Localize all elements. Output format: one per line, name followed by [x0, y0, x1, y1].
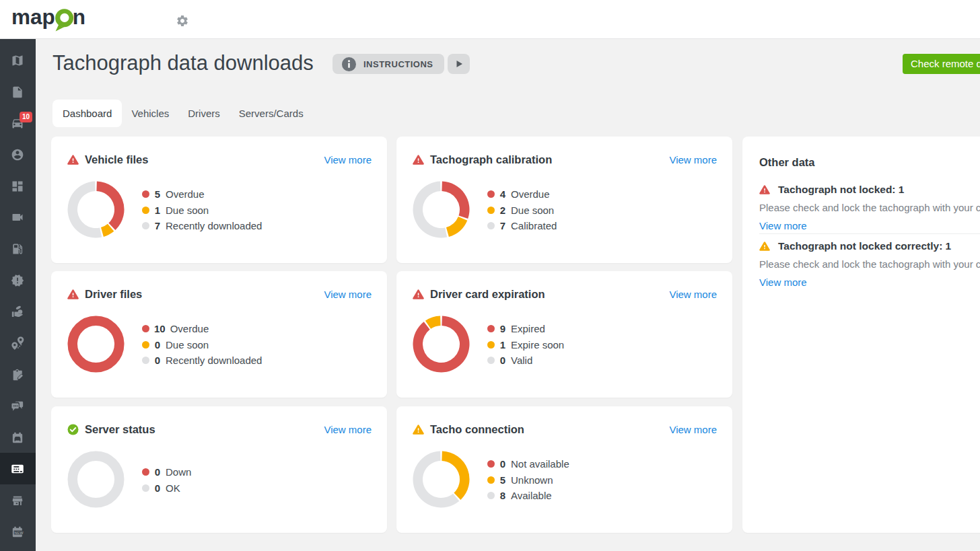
svg-text:NEW: NEW: [14, 531, 24, 535]
